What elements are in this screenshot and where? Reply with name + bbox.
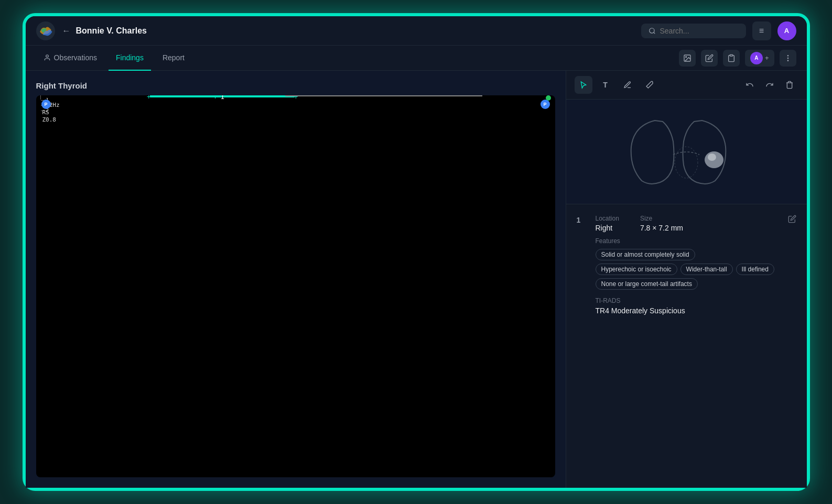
finding-number: 1 xyxy=(577,216,587,224)
tab-observations[interactable]: Observations xyxy=(36,46,104,71)
green-marker xyxy=(546,95,551,101)
add-avatar: A xyxy=(750,52,763,64)
person-icon xyxy=(44,54,51,61)
text-tool[interactable]: T xyxy=(597,76,614,94)
finding-details: Location Right Size 7.8 × 7.2 mm Feature… xyxy=(596,215,780,315)
finding-edit-button[interactable] xyxy=(788,215,796,225)
image-panel: Right Thyroid 102Hz RS Z0.8 1 xyxy=(26,71,566,488)
thyroid-svg xyxy=(613,105,760,199)
tab-report[interactable]: Report xyxy=(155,46,192,71)
scale-bar: 1 x3 2 xyxy=(40,95,52,100)
edit-icon-button[interactable] xyxy=(701,50,718,67)
patient-name: Bonnie V. Charles xyxy=(76,26,641,36)
image-icon xyxy=(683,54,691,62)
main-content: Right Thyroid 102Hz RS Z0.8 1 xyxy=(26,71,807,488)
roi-box: + + + + 1 xyxy=(150,95,295,97)
zoom-text: Z0.8 xyxy=(42,116,57,123)
svg-point-8 xyxy=(787,60,788,61)
finding-card: 1 Location Right Size 7.8 × 7.2 mm xyxy=(566,204,807,488)
eraser-icon xyxy=(645,81,654,89)
svg-point-4 xyxy=(686,56,687,57)
more-options-button[interactable] xyxy=(780,50,796,67)
more-icon xyxy=(784,54,792,62)
trash-icon xyxy=(785,81,794,89)
svg-point-6 xyxy=(787,55,788,56)
svg-point-1 xyxy=(649,28,654,32)
nav-bar: Observations Findings Report xyxy=(26,46,807,71)
app-container: ← Bonnie V. Charles ≡ A Observa xyxy=(26,16,807,488)
header-right: ≡ A xyxy=(641,21,796,40)
app-logo xyxy=(36,21,55,40)
eraser-tool[interactable] xyxy=(641,76,658,94)
svg-rect-5 xyxy=(730,54,732,56)
ti-rads-label: TI-RADS xyxy=(596,297,780,304)
feature-tag-2: Wider-than-tall xyxy=(680,264,733,275)
toolbar: T xyxy=(566,71,807,100)
edit-finding-icon xyxy=(788,215,796,223)
ti-rads-value: TR4 Moderately Suspicious xyxy=(596,306,780,315)
size-value: 7.8 × 7.2 mm xyxy=(640,224,683,232)
feature-tag-0: Solid or almost completely solid xyxy=(596,249,695,260)
svg-point-2 xyxy=(46,54,48,57)
roi-number: 1 xyxy=(220,95,224,101)
right-panel: T xyxy=(566,71,807,488)
delete-button[interactable] xyxy=(781,76,798,94)
svg-point-7 xyxy=(787,58,788,58)
size-label: Size xyxy=(640,215,683,222)
text-icon: T xyxy=(603,81,608,89)
search-input[interactable] xyxy=(660,27,733,35)
finding-header: 1 Location Right Size 7.8 × 7.2 mm xyxy=(577,215,796,315)
pencil-tool[interactable] xyxy=(619,76,636,94)
tab-findings[interactable]: Findings xyxy=(109,46,151,71)
draw-icon xyxy=(623,81,632,89)
features-tags: Solid or almost completely solidHyperech… xyxy=(596,249,780,290)
cursor-icon xyxy=(579,81,588,89)
search-icon xyxy=(649,27,656,35)
redo-icon xyxy=(765,81,774,89)
thyroid-diagram xyxy=(566,100,807,204)
redo-button[interactable] xyxy=(761,76,779,94)
menu-button[interactable]: ≡ xyxy=(752,21,771,40)
pencil-icon xyxy=(705,54,714,62)
header: ← Bonnie V. Charles ≡ A xyxy=(26,16,807,46)
nav-right: A + xyxy=(679,50,796,67)
marker-p-right: P xyxy=(541,100,550,109)
undo-icon xyxy=(745,81,754,89)
search-box[interactable] xyxy=(641,24,746,38)
back-button[interactable]: ← xyxy=(62,26,71,36)
svg-point-28 xyxy=(708,154,716,161)
marker-p-top: P xyxy=(41,100,51,109)
image-title: Right Thyroid xyxy=(36,81,555,90)
finding-location-size-row: Location Right Size 7.8 × 7.2 mm xyxy=(596,215,780,232)
features-label: Features xyxy=(596,237,780,245)
clipboard-icon-button[interactable] xyxy=(723,50,740,67)
ti-rads-section: TI-RADS TR4 Moderately Suspicious xyxy=(596,297,780,315)
undo-button[interactable] xyxy=(741,76,759,94)
clipboard-icon xyxy=(727,54,736,62)
size-field: Size 7.8 × 7.2 mm xyxy=(640,215,683,232)
undo-redo-group xyxy=(741,76,798,94)
feature-tag-1: Hyperechoic or isoechoic xyxy=(596,264,677,275)
image-icon-button[interactable] xyxy=(679,50,696,67)
location-label: Location xyxy=(596,215,619,222)
user-avatar[interactable]: A xyxy=(777,21,796,40)
location-field: Location Right xyxy=(596,215,619,232)
menu-icon: ≡ xyxy=(759,26,764,36)
add-button[interactable]: A + xyxy=(745,50,774,67)
feature-tag-4: None or large comet-tail artifacts xyxy=(596,278,698,290)
cursor-tool[interactable] xyxy=(575,76,592,94)
doppler-box xyxy=(285,95,482,96)
ultrasound-container[interactable]: 102Hz RS Z0.8 1 x3 xyxy=(36,95,555,477)
location-value: Right xyxy=(596,224,619,232)
feature-tag-3: Ill defined xyxy=(736,264,774,275)
